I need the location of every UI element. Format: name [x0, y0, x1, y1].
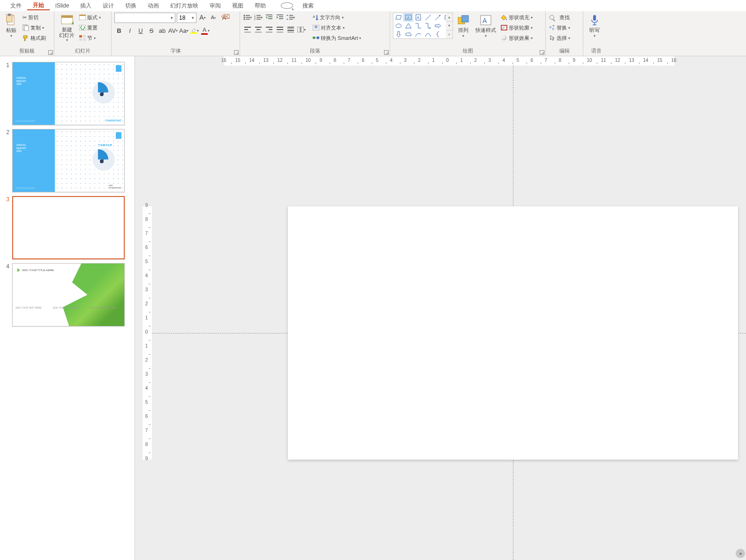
- align-center-button[interactable]: [254, 25, 263, 34]
- font-color-button[interactable]: A ▾: [201, 26, 210, 35]
- menu-design[interactable]: 设计: [97, 2, 120, 10]
- menu-review[interactable]: 审阅: [204, 2, 226, 10]
- scroll-up-icon[interactable]: ▴: [446, 13, 452, 21]
- decrease-indent-button[interactable]: [264, 13, 274, 22]
- shape-textbox-icon[interactable]: A: [403, 13, 413, 22]
- slide-canvas[interactable]: [288, 206, 738, 460]
- change-case-button[interactable]: Aa▾: [179, 26, 188, 35]
- ruler-horizontal[interactable]: 1615141312111098765432101234567891011121…: [224, 56, 674, 66]
- line-spacing-button[interactable]: ▾: [286, 13, 295, 22]
- strike-button[interactable]: S: [147, 26, 156, 35]
- smartart-button[interactable]: 转换为 SmartArt ▾: [312, 33, 362, 43]
- reset-button[interactable]: 重置: [78, 23, 102, 32]
- layout-button[interactable]: 版式 ▾: [78, 13, 102, 22]
- align-left-button[interactable]: [243, 25, 252, 34]
- shape-gallery[interactable]: A A ▴ ▾ ▿: [393, 13, 453, 39]
- menu-home[interactable]: 开始: [27, 1, 50, 10]
- slide-thumb-4[interactable]: 4 ADD YOUR TITLE HERE ADD YOUR TEXT HERE…: [0, 261, 135, 328]
- copy-button[interactable]: 复制 ▾: [22, 23, 47, 32]
- align-distribute-button[interactable]: [286, 25, 295, 34]
- section-button[interactable]: 节 ▾: [78, 33, 102, 43]
- shape-down-arrow-icon[interactable]: [393, 30, 403, 38]
- shrink-font-button[interactable]: A▾: [209, 13, 218, 22]
- paste-button[interactable]: 粘贴 ▾: [3, 13, 20, 39]
- shape-elbow-connector-icon[interactable]: [413, 22, 423, 30]
- select-button[interactable]: 选择 ▾: [549, 33, 571, 43]
- clear-format-button[interactable]: A⌫: [219, 13, 229, 22]
- shape-vertical-textbox-icon[interactable]: A: [413, 13, 423, 22]
- dictate-button[interactable]: 听写 ▾: [586, 13, 603, 39]
- shape-line-icon[interactable]: [423, 13, 433, 22]
- slide-panel[interactable]: 1 ANNUAL REPORT 2020 ▯▯▯▯▯▯▯▯▯▯▯▯▯▯ POWE…: [0, 56, 135, 560]
- format-painter-button[interactable]: 格式刷: [22, 33, 47, 43]
- thumb-canvas[interactable]: ANNUAL REPORT 2020 ▯▯▯▯▯▯▯▯▯▯▯▯▯▯ POWERP…: [12, 62, 125, 125]
- shape-arrow-line-icon[interactable]: [433, 13, 443, 22]
- canvas-area[interactable]: [152, 66, 746, 560]
- menu-view[interactable]: 视图: [226, 2, 249, 10]
- font-name-input[interactable]: ▾: [114, 13, 175, 23]
- bullets-button[interactable]: ▾: [243, 13, 252, 22]
- slide-thumb-3[interactable]: 3: [0, 194, 135, 261]
- menu-transition[interactable]: 切换: [120, 2, 142, 10]
- shape-gallery-scroll[interactable]: ▴ ▾ ▿: [446, 13, 452, 38]
- paragraph-launcher[interactable]: [384, 50, 389, 55]
- text-direction-button[interactable]: A 文字方向 ▾: [312, 13, 362, 22]
- char-spacing-button[interactable]: AV▾: [168, 26, 178, 35]
- align-right-button[interactable]: [264, 25, 274, 34]
- increase-indent-button[interactable]: [275, 13, 285, 22]
- arrange-button[interactable]: 排列 ▾: [455, 13, 472, 39]
- ruler-vertical[interactable]: 9876543210123456789: [143, 206, 152, 460]
- shape-triangle-icon[interactable]: [403, 22, 413, 30]
- drawing-launcher[interactable]: [540, 50, 544, 55]
- scroll-down-icon[interactable]: ▾: [446, 21, 452, 30]
- shape-parallelogram-icon[interactable]: [393, 13, 403, 22]
- replace-button[interactable]: ab 替换 ▾: [549, 23, 571, 32]
- font-size-input[interactable]: 18 ▾: [177, 13, 196, 23]
- new-slide-button[interactable]: ✶ 新建 幻灯片 ▾: [57, 13, 76, 43]
- menu-animation[interactable]: 动画: [142, 2, 165, 10]
- shadow-button[interactable]: ab: [158, 26, 167, 35]
- group-editing: 查找 ab 替换 ▾ 选择 ▾ 编辑: [546, 11, 583, 56]
- menu-insert[interactable]: 插入: [75, 2, 97, 10]
- thumb-canvas[interactable]: ANNUAL REPORT 2020 ▯▯▯▯▯▯▯▯▯▯▯▯▯▯ 产品展示目录…: [12, 129, 125, 192]
- numbering-button[interactable]: 123 ▾: [254, 13, 263, 22]
- shape-curve-icon[interactable]: [413, 30, 423, 38]
- clipboard-launcher[interactable]: [48, 50, 53, 55]
- menu-slideshow[interactable]: 幻灯片放映: [165, 2, 204, 10]
- underline-button[interactable]: U: [136, 26, 145, 35]
- columns-button[interactable]: ▾: [297, 25, 306, 34]
- grow-font-button[interactable]: A▴: [198, 13, 207, 22]
- shape-left-brace-icon[interactable]: [433, 30, 443, 38]
- quick-style-button[interactable]: A 快速样式 ▾: [474, 13, 498, 39]
- shape-cloud-icon[interactable]: [403, 30, 413, 38]
- search-area[interactable]: 搜索: [281, 2, 319, 10]
- shape-effect-button[interactable]: 形状效果 ▾: [500, 33, 534, 43]
- slide-thumb-2[interactable]: 2 ANNUAL REPORT 2020 ▯▯▯▯▯▯▯▯▯▯▯▯▯▯ 产品展示…: [0, 127, 135, 194]
- scroll-down-button[interactable]: ▾: [736, 549, 745, 558]
- find-button[interactable]: 查找: [549, 13, 571, 22]
- ruler-tick: 0: [446, 58, 449, 63]
- cut-button[interactable]: ✂ 剪切: [22, 13, 47, 22]
- italic-button[interactable]: I: [125, 26, 135, 35]
- slide-thumb-1[interactable]: 1 ANNUAL REPORT 2020 ▯▯▯▯▯▯▯▯▯▯▯▯▯▯ POWE…: [0, 60, 135, 127]
- ruler-tick: 1: [145, 315, 148, 320]
- thumb-canvas[interactable]: [12, 196, 125, 259]
- shape-right-arrow-icon[interactable]: [433, 22, 443, 30]
- menu-help[interactable]: 帮助: [249, 2, 271, 10]
- menu-islide[interactable]: iSlide: [50, 2, 75, 9]
- svg-point-49: [396, 24, 401, 28]
- shape-outline-button[interactable]: 形状轮廓 ▾: [500, 23, 534, 32]
- menu-file[interactable]: 文件: [5, 2, 27, 10]
- shape-elbow-arrow-icon[interactable]: [423, 22, 433, 30]
- align-text-button[interactable]: 对齐文本 ▾: [312, 23, 362, 32]
- scroll-more-icon[interactable]: ▿: [446, 30, 452, 38]
- bold-button[interactable]: B: [114, 26, 124, 35]
- shape-arc-icon[interactable]: [423, 30, 433, 38]
- font-launcher[interactable]: [234, 50, 239, 55]
- align-justify-button[interactable]: [275, 25, 285, 34]
- shape-fill-button[interactable]: 形状填充 ▾: [500, 13, 534, 22]
- shape-oval-icon[interactable]: [393, 22, 403, 30]
- highlight-button[interactable]: ▾: [190, 26, 199, 35]
- thumb-canvas[interactable]: ADD YOUR TITLE HERE ADD YOUR TEXT HERE A…: [12, 263, 125, 326]
- group-label-editing: 编辑: [549, 47, 580, 54]
